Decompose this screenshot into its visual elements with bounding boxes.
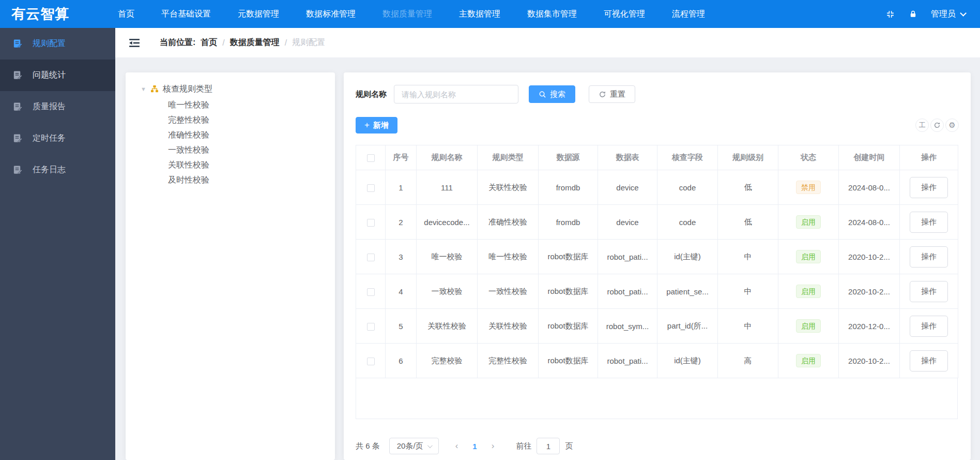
row-action-button[interactable]: 操作 — [910, 350, 948, 372]
table-header-row: 序号 规则名称 规则类型 数据源 数据表 核查字段 规则级别 状态 创建时间 操… — [356, 145, 958, 170]
reset-button[interactable]: 重置 — [589, 85, 635, 103]
sidebar-item-label: 规则配置 — [33, 38, 66, 49]
top-navbar: 有云智算 首页 平台基础设置 元数据管理 数据标准管理 数据质量管理 主数据管理… — [0, 0, 980, 28]
search-button[interactable]: 搜索 — [529, 85, 575, 103]
nav-item-data-standard[interactable]: 数据标准管理 — [306, 9, 356, 20]
col-header-data-source: 数据源 — [539, 145, 598, 170]
plus-icon: + — [364, 120, 370, 130]
tree-item-consistency[interactable]: 一致性校验 — [126, 142, 335, 157]
lock-icon[interactable] — [908, 9, 917, 19]
user-name: 管理员 — [931, 9, 956, 20]
cell-data-table: device — [598, 170, 657, 205]
breadcrumb-separator: / — [285, 38, 287, 48]
sidebar-item-issue-stats[interactable]: 问题统计 — [0, 60, 115, 91]
sidebar-item-quality-report[interactable]: 质量报告 — [0, 91, 115, 123]
sidebar-item-label: 任务日志 — [33, 165, 66, 175]
cell-rule-name: 一致校验 — [417, 274, 478, 309]
next-page-button[interactable]: › — [483, 441, 503, 451]
row-checkbox[interactable] — [367, 358, 375, 365]
cell-rule-type: 关联性校验 — [478, 170, 539, 205]
goto-page: 前往 页 — [516, 438, 573, 454]
breadcrumb-separator: / — [222, 38, 224, 48]
nav-item-platform-settings[interactable]: 平台基础设置 — [161, 9, 211, 20]
row-height-icon[interactable]: 工 — [915, 118, 929, 132]
current-page[interactable]: 1 — [466, 442, 483, 451]
tree-item-relevance[interactable]: 关联性校验 — [126, 157, 335, 172]
row-checkbox[interactable] — [367, 219, 375, 227]
row-checkbox[interactable] — [367, 323, 375, 331]
document-edit-icon — [12, 102, 22, 112]
nav-item-workflow[interactable]: 流程管理 — [672, 9, 705, 20]
row-checkbox[interactable] — [367, 254, 375, 261]
row-action-button[interactable]: 操作 — [910, 316, 948, 337]
row-action-button[interactable]: 操作 — [910, 212, 948, 233]
cell-rule-level: 中 — [718, 240, 778, 274]
nav-item-data-quality[interactable]: 数据质量管理 — [382, 9, 432, 20]
cell-data-table: robot_sym... — [598, 309, 657, 344]
breadcrumb-item-home[interactable]: 首页 — [201, 37, 217, 48]
caret-down-icon[interactable]: ▼ — [141, 86, 146, 92]
goto-page-input[interactable] — [537, 438, 560, 454]
table-tools: 工 ⚙ — [915, 118, 959, 132]
nav-item-home[interactable]: 首页 — [118, 9, 134, 20]
col-header-data-table: 数据表 — [598, 145, 657, 170]
sidebar-item-rule-config[interactable]: 规则配置 — [0, 28, 115, 60]
nav-item-visualization[interactable]: 可视化管理 — [604, 9, 645, 20]
sidebar-item-task-log[interactable]: 任务日志 — [0, 154, 115, 186]
row-action-button[interactable]: 操作 — [910, 246, 948, 268]
cell-rule-type: 一致性校验 — [478, 274, 539, 309]
cell-rule-level: 中 — [718, 309, 778, 344]
table-row: 2 devicecode... 准确性校验 fromdb device code… — [356, 205, 958, 240]
sidebar-item-scheduled-task[interactable]: 定时任务 — [0, 123, 115, 154]
cell-no: 4 — [386, 274, 417, 309]
page-size-value: 20条/页 — [397, 441, 423, 451]
fullscreen-icon[interactable] — [885, 9, 895, 19]
tree-root-node[interactable]: ▼ 核查规则类型 — [126, 81, 335, 97]
cell-rule-level: 中 — [718, 274, 778, 309]
tree-item-accuracy[interactable]: 准确性校验 — [126, 127, 335, 142]
nav-item-data-mart[interactable]: 数据集市管理 — [527, 9, 577, 20]
cell-no: 1 — [386, 170, 417, 205]
page-size-select[interactable]: 20条/页 — [389, 438, 439, 454]
table-row: 6 完整校验 完整性校验 robot数据库 robot_pati... id(主… — [356, 344, 958, 378]
document-edit-icon — [12, 39, 22, 49]
row-action-button[interactable]: 操作 — [910, 281, 948, 302]
breadcrumb-item-data-quality[interactable]: 数据质量管理 — [230, 37, 280, 48]
cell-data-source: fromdb — [539, 205, 598, 240]
cell-data-source: robot数据库 — [539, 344, 598, 378]
cell-check-field: id(主键) — [657, 240, 718, 274]
refresh-icon[interactable] — [930, 118, 944, 132]
status-badge: 启用 — [796, 215, 821, 229]
row-checkbox[interactable] — [367, 288, 375, 296]
breadcrumb: 当前位置: 首页 / 数据质量管理 / 规则配置 — [160, 37, 325, 48]
rules-table: 序号 规则名称 规则类型 数据源 数据表 核查字段 规则级别 状态 创建时间 操… — [356, 145, 958, 378]
search-icon — [539, 91, 546, 98]
prev-page-button[interactable]: ‹ — [447, 441, 467, 451]
table-row: 3 唯一校验 唯一性校验 robot数据库 robot_pati... id(主… — [356, 240, 958, 274]
tree-item-uniqueness[interactable]: 唯一性校验 — [126, 97, 335, 112]
document-edit-icon — [12, 70, 22, 80]
document-edit-icon — [12, 165, 22, 175]
row-action-button[interactable]: 操作 — [910, 177, 948, 198]
sidebar-item-label: 质量报告 — [33, 101, 66, 112]
status-badge: 启用 — [796, 250, 821, 263]
tree-root-label: 核查规则类型 — [163, 84, 212, 95]
tree-item-timeliness[interactable]: 及时性校验 — [126, 172, 335, 187]
breadcrumb-bar: 当前位置: 首页 / 数据质量管理 / 规则配置 — [115, 28, 980, 57]
sidebar-collapse-icon[interactable] — [129, 38, 141, 48]
reset-button-label: 重置 — [610, 90, 625, 99]
gear-icon[interactable]: ⚙ — [945, 118, 959, 132]
search-form: 规则名称 搜索 重置 — [356, 85, 959, 103]
nav-item-metadata[interactable]: 元数据管理 — [238, 9, 279, 20]
breadcrumb-prefix: 当前位置: — [160, 37, 195, 48]
tree-item-completeness[interactable]: 完整性校验 — [126, 112, 335, 127]
user-menu[interactable]: 管理员 — [931, 9, 964, 20]
col-header-no: 序号 — [386, 145, 417, 170]
cell-rule-level: 低 — [718, 170, 778, 205]
select-all-checkbox[interactable] — [367, 154, 375, 162]
rule-name-input[interactable] — [394, 85, 518, 103]
cell-created-time: 2020-10-2... — [839, 344, 900, 378]
row-checkbox[interactable] — [367, 184, 375, 192]
add-button[interactable]: + 新增 — [356, 117, 397, 133]
nav-item-master-data[interactable]: 主数据管理 — [459, 9, 500, 20]
